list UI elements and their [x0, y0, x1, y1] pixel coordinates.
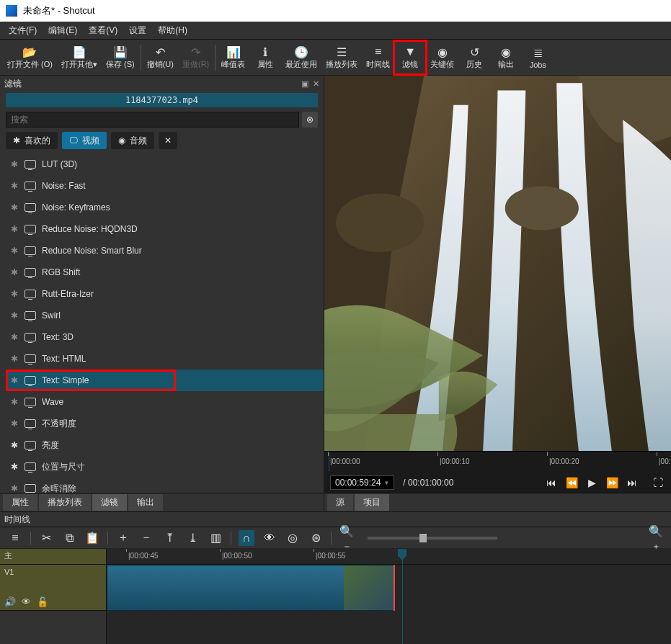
filter-item[interactable]: ✱RGB Shift [6, 261, 324, 283]
snap-button[interactable]: ∩ [239, 530, 254, 546]
peak-meter-button[interactable]: 📊峰值表 [217, 41, 249, 74]
export-button[interactable]: ◉输出 [490, 41, 522, 74]
favorite-star-icon[interactable]: ✱ [10, 224, 19, 234]
paste-button[interactable]: 📋 [84, 531, 100, 545]
filter-item[interactable]: ✱Text: Simple [6, 370, 324, 391]
filter-item[interactable]: ✱Noise: Keyframes [6, 197, 324, 218]
filter-item[interactable]: ✱亮度 [6, 434, 324, 456]
favorite-star-icon[interactable]: ✱ [10, 375, 19, 385]
save-button[interactable]: 💾保存 (S) [102, 41, 139, 74]
tab-favorites[interactable]: ✱喜欢的 [6, 132, 58, 149]
filter-search-input[interactable] [6, 112, 299, 128]
zoom-in-button[interactable]: 🔍₊ [648, 524, 664, 552]
filters-button[interactable]: ▼滤镜 [394, 41, 426, 74]
history-button[interactable]: ↺历史 [458, 41, 490, 74]
filter-item[interactable]: ✱位置与尺寸 [6, 456, 324, 478]
ripple-button[interactable]: ◎ [285, 531, 301, 545]
favorite-star-icon[interactable]: ✱ [10, 310, 19, 321]
favorite-star-icon[interactable]: ✱ [10, 202, 19, 213]
cut-button[interactable]: ✂ [38, 531, 54, 545]
jobs-button[interactable]: ≣Jobs [522, 41, 554, 74]
current-timecode[interactable]: 00:00:59:24▼ [330, 475, 394, 490]
panel-close-icon[interactable]: ✕ [313, 79, 319, 89]
clear-search-button[interactable]: ⊗ [302, 112, 318, 128]
properties-button[interactable]: ℹ属性 [249, 41, 281, 74]
favorite-star-icon[interactable]: ✱ [10, 267, 19, 277]
append-button[interactable]: ＋ [115, 530, 131, 545]
playlist-button[interactable]: ☰播放列表 [321, 41, 362, 74]
timeline-button[interactable]: ≡时间线 [362, 41, 394, 74]
ripple-all-button[interactable]: ⊛ [308, 531, 324, 545]
open-file-button[interactable]: 📂打开文件 (O) [3, 41, 57, 74]
filter-item[interactable]: ✱余晖消除 [6, 478, 324, 493]
panel-tab[interactable]: 属性 [3, 494, 37, 511]
skip-start-button[interactable]: ⏮ [544, 477, 559, 488]
source-project-tab[interactable]: 源 [327, 494, 353, 511]
filter-list[interactable]: ✱LUT (3D)✱Noise: Fast✱Noise: Keyframes✱R… [6, 153, 324, 493]
menu-item[interactable]: 编辑(E) [43, 22, 83, 40]
favorite-star-icon[interactable]: ✱ [10, 159, 19, 169]
panel-tab[interactable]: 输出 [128, 494, 163, 511]
tab-video[interactable]: 🖵视频 [62, 132, 107, 149]
menu-item[interactable]: 帮助(H) [152, 22, 193, 40]
favorite-star-icon[interactable]: ✱ [10, 354, 19, 364]
close-filter-picker-button[interactable]: ✕ [159, 132, 177, 149]
favorite-star-icon[interactable]: ✱ [10, 181, 19, 191]
mute-icon[interactable]: 🔊 [4, 596, 16, 607]
favorite-star-icon[interactable]: ✱ [10, 440, 19, 450]
favorite-star-icon[interactable]: ✱ [10, 332, 19, 342]
favorite-star-icon[interactable]: ✱ [10, 483, 19, 493]
favorite-star-icon[interactable]: ✱ [10, 289, 19, 299]
video-preview[interactable] [324, 76, 671, 451]
filter-item[interactable]: ✱Text: HTML [6, 348, 324, 370]
filter-item[interactable]: ✱Swirl [6, 305, 324, 326]
zoom-thumb[interactable] [419, 534, 427, 542]
scrub-button[interactable]: 👁 [262, 532, 277, 545]
filter-item[interactable]: ✱LUT (3D) [6, 153, 324, 175]
menu-item[interactable]: 文件(F) [3, 22, 43, 40]
copy-button[interactable]: ⧉ [61, 532, 77, 545]
filter-item[interactable]: ✱Rutt-Etra-Izer [6, 283, 324, 305]
zoom-slider[interactable] [368, 537, 497, 540]
recent-button[interactable]: 🕒最近使用 [281, 41, 321, 74]
fullscreen-button[interactable]: ⛶ [651, 477, 665, 488]
play-button[interactable]: ▶ [585, 477, 599, 488]
lift-button[interactable]: ⤒ [161, 531, 177, 545]
split-button[interactable]: ▥ [208, 531, 223, 545]
source-project-tab[interactable]: 项目 [355, 494, 389, 511]
favorite-star-icon[interactable]: ✱ [10, 419, 19, 429]
rewind-button[interactable]: ⏪ [564, 477, 579, 488]
hide-icon[interactable]: 👁 [22, 596, 31, 607]
favorite-star-icon[interactable]: ✱ [10, 462, 19, 472]
zoom-out-button[interactable]: 🔍₋ [339, 524, 355, 552]
filter-item[interactable]: ✱Text: 3D [6, 326, 324, 348]
timeline-ruler[interactable]: |00:00:45|00:00:50|00:00:55 [107, 549, 671, 565]
filter-item[interactable]: ✱Reduce Noise: HQDN3D [6, 218, 324, 240]
open-other-button[interactable]: 📄打开其他▾ [57, 41, 102, 74]
panel-float-icon[interactable]: ▣ [301, 79, 308, 89]
forward-button[interactable]: ⏩ [605, 477, 619, 488]
tab-audio[interactable]: ◉音频 [111, 132, 154, 149]
remove-button[interactable]: － [138, 530, 154, 545]
filter-item[interactable]: ✱Noise: Fast [6, 175, 324, 197]
panel-tab[interactable]: 滤镜 [92, 494, 127, 511]
menu-item[interactable]: 查看(V) [83, 22, 123, 40]
timeline-master-header[interactable]: 主 [0, 549, 106, 565]
filter-item[interactable]: ✱Wave [6, 391, 324, 413]
timeline-clip[interactable] [107, 565, 395, 611]
filter-item[interactable]: ✱不透明度 [6, 413, 324, 434]
dropdown-icon[interactable]: ▼ [383, 480, 389, 486]
preview-time-ruler[interactable]: |00:00:00|00:00:10|00:00:20|00:00: [324, 451, 671, 473]
favorite-star-icon[interactable]: ✱ [10, 246, 19, 256]
timeline-tracks-area[interactable]: |00:00:45|00:00:50|00:00:55 [107, 549, 671, 644]
panel-tab[interactable]: 播放列表 [39, 494, 91, 511]
overwrite-button[interactable]: ⤓ [185, 531, 200, 545]
filter-item[interactable]: ✱Reduce Noise: Smart Blur [6, 240, 324, 261]
skip-end-button[interactable]: ⏭ [625, 477, 639, 488]
track-header-v1[interactable]: V1 🔊 👁 🔓 [0, 565, 106, 611]
lock-icon[interactable]: 🔓 [37, 596, 48, 607]
undo-button[interactable]: ↶撤销(U) [143, 41, 178, 74]
timeline-menu-button[interactable]: ≡ [7, 532, 23, 545]
menu-item[interactable]: 设置 [123, 22, 152, 40]
redo-button[interactable]: ↷重做(R) [178, 41, 213, 74]
